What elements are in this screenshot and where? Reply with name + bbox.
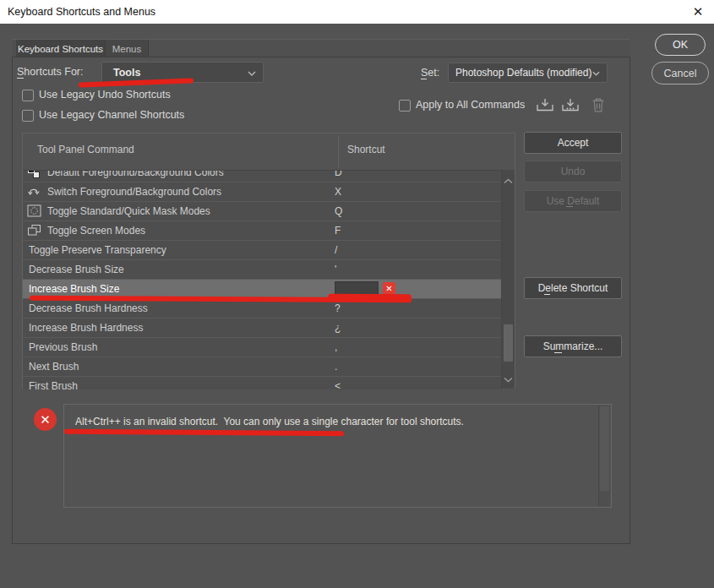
row-shortcut-value: , — [335, 341, 337, 353]
chevron-down-icon — [592, 67, 600, 79]
row-command-label: First Brush — [29, 380, 78, 389]
set-dropdown[interactable]: Photoshop Defaults (modified) — [448, 63, 608, 83]
legacy-undo-label: Use Legacy Undo Shortcuts — [39, 89, 171, 101]
row-shortcut-value: Q — [335, 205, 342, 217]
legacy-undo-checkbox[interactable] — [22, 90, 34, 101]
mnemonic-underline — [566, 206, 573, 207]
row-shortcut-value: F — [335, 225, 341, 237]
set-label: Set: — [421, 67, 439, 79]
error-message-box: Alt+Ctrl++ is an invalid shortcut. You c… — [63, 404, 612, 508]
table-row[interactable]: Toggle Standard/Quick Mask ModesQ — [23, 202, 502, 221]
shortcuts-for-value: Tools — [102, 67, 248, 79]
delete-set-icon[interactable] — [591, 97, 605, 116]
row-command-label: Toggle Screen Modes — [47, 225, 145, 237]
delete-shortcut-button[interactable]: Delete Shortcut — [524, 277, 622, 299]
column-header-shortcut: Shortcut — [347, 144, 385, 155]
mnemonic-underline — [421, 79, 427, 79]
title-bar: Keyboard Shortcuts and Menus ✕ — [0, 0, 714, 24]
screen-modes-icon — [27, 224, 41, 237]
save-set-as-icon[interactable] — [561, 97, 580, 116]
scrollbar-thumb[interactable] — [504, 324, 513, 362]
annotation-underline-row — [328, 294, 412, 302]
tab-keyboard-shortcuts[interactable]: Keyboard Shortcuts — [16, 40, 106, 57]
cancel-button[interactable]: Cancel — [651, 62, 709, 84]
legacy-channel-label: Use Legacy Channel Shortcuts — [39, 109, 184, 121]
table-row[interactable]: Toggle Screen ModesF — [23, 221, 502, 241]
table-row[interactable]: First Brush< — [23, 377, 502, 389]
table-row[interactable]: Default Foreground/Background ColorsD — [23, 170, 502, 182]
row-command-label: Switch Foreground/Background Colors — [47, 186, 221, 198]
summarize-button[interactable]: Summarize... — [524, 335, 622, 357]
row-shortcut-value: ? — [335, 302, 341, 314]
row-command-label: Decrease Brush Size — [29, 264, 124, 275]
tab-menus[interactable]: Menus — [106, 40, 149, 57]
mnemonic-underline — [17, 78, 24, 79]
set-value: Photoshop Defaults (modified) — [449, 67, 592, 79]
shortcut-table: Tool Panel Command Shortcut Default Fore… — [22, 133, 515, 389]
table-row[interactable]: Previous Brush, — [23, 338, 502, 357]
switch-colors-icon — [27, 185, 41, 199]
chevron-down-icon — [248, 67, 256, 79]
error-scrollbar[interactable] — [598, 406, 610, 506]
row-shortcut-value: . — [335, 361, 337, 373]
row-command-label: Toggle Preserve Transparency — [29, 244, 166, 256]
table-header: Tool Panel Command Shortcut — [23, 133, 515, 170]
shortcuts-for-label: Shortcuts For: — [17, 66, 84, 78]
row-command-label: Toggle Standard/Quick Mask Modes — [47, 205, 210, 217]
row-command-label: Increase Brush Size — [29, 283, 119, 295]
apply-all-label: Apply to All Commands — [416, 99, 525, 111]
row-shortcut-value: ' — [335, 264, 336, 275]
row-command-label: Decrease Brush Hardness — [29, 302, 148, 314]
column-header-command: Tool Panel Command — [37, 144, 134, 155]
invalid-shortcut-icon[interactable]: ✕ — [383, 282, 395, 295]
use-default-button[interactable]: Use Default — [524, 190, 622, 212]
error-message: Alt+Ctrl++ is an invalid shortcut. You c… — [75, 416, 582, 427]
quick-mask-icon — [27, 204, 41, 218]
row-command-label: Next Brush — [29, 361, 79, 373]
legacy-channel-checkbox[interactable] — [22, 110, 34, 122]
row-shortcut-value: D — [335, 170, 342, 178]
mnemonic-underline — [544, 294, 550, 295]
row-shortcut-value: / — [335, 244, 337, 256]
row-command-label: Previous Brush — [29, 341, 97, 353]
row-command-label: Default Foreground/Background Colors — [47, 170, 224, 178]
table-row[interactable]: Toggle Preserve Transparency/ — [23, 241, 502, 260]
table-row[interactable]: Next Brush. — [23, 357, 502, 377]
scrollbar-thumb[interactable] — [600, 406, 609, 491]
ok-button[interactable]: OK — [655, 34, 706, 56]
row-shortcut-value: X — [335, 186, 341, 198]
default-colors-icon — [27, 170, 41, 179]
row-shortcut-value: < — [335, 380, 341, 389]
keyboard-shortcuts-dialog: Keyboard Shortcuts and Menus ✕ Keyboard … — [0, 0, 714, 588]
column-divider — [338, 135, 339, 167]
undo-button[interactable]: Undo — [524, 161, 622, 182]
scroll-up-icon[interactable] — [504, 172, 513, 188]
apply-all-checkbox[interactable] — [399, 100, 411, 112]
table-row[interactable]: Increase Brush Hardness¿ — [23, 318, 502, 338]
tab-strip: Keyboard Shortcuts Menus — [12, 39, 630, 57]
table-row[interactable]: Decrease Brush Size' — [23, 260, 502, 280]
table-scrollbar[interactable] — [501, 170, 515, 389]
shortcut-table-body: Default Foreground/Background ColorsDSwi… — [23, 170, 502, 389]
error-icon: ✕ — [34, 408, 57, 431]
dialog-title: Keyboard Shortcuts and Menus — [8, 6, 155, 18]
close-icon[interactable]: ✕ — [689, 3, 706, 20]
accept-button[interactable]: Accept — [524, 132, 622, 154]
table-row[interactable]: Decrease Brush Hardness? — [23, 299, 502, 318]
row-shortcut-value: ¿ — [335, 322, 341, 334]
save-set-icon[interactable] — [536, 97, 554, 116]
scroll-down-icon[interactable] — [504, 371, 513, 386]
mnemonic-underline — [554, 352, 562, 353]
row-command-label: Increase Brush Hardness — [29, 322, 143, 334]
table-row[interactable]: Switch Foreground/Background ColorsX — [23, 182, 502, 202]
